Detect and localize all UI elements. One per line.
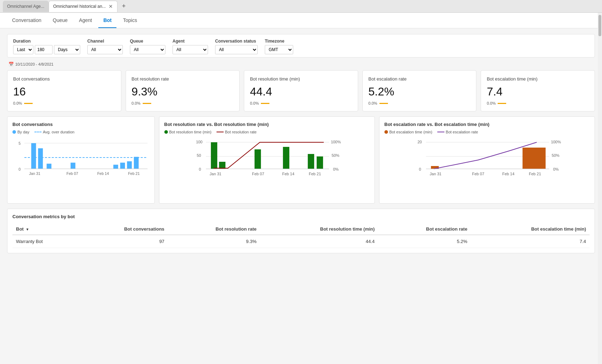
duration-label: Duration xyxy=(13,39,80,44)
conv-status-label: Conversation status xyxy=(215,39,258,44)
timezone-filter: Timezone GMT xyxy=(265,39,293,54)
svg-text:Feb 14: Feb 14 xyxy=(282,172,294,176)
tab-conversation[interactable]: Conversation xyxy=(7,13,46,28)
svg-text:100%: 100% xyxy=(551,140,561,144)
agent-label: Agent xyxy=(173,39,208,44)
svg-text:5: 5 xyxy=(18,141,21,145)
table-card: Conversation metrics by bot Bot ▼ Bot co… xyxy=(7,209,595,253)
date-range: 📅 10/11/2020 - 4/8/2021 xyxy=(9,62,595,67)
cell-escalation-time: 7.4 xyxy=(471,235,590,248)
duration-unit-select[interactable]: Days Weeks Months xyxy=(54,45,80,54)
chart-bot-conversations-legend: By day Avg. over duration xyxy=(12,130,149,134)
legend-escalation-time-dot xyxy=(384,130,388,134)
kpi-bot-escalation-rate-title: Bot escalation rate xyxy=(368,76,471,82)
kpi-bot-resolution-rate-trend-bar xyxy=(143,103,151,104)
legend-avg-label: Avg. over duration xyxy=(43,130,75,134)
channel-label: Channel xyxy=(87,39,123,44)
kpi-bot-conversations: Bot conversations 16 0.0% xyxy=(7,70,121,111)
col-header-resolution-rate[interactable]: Bot resolution rate xyxy=(168,224,260,235)
agent-filter: Agent All xyxy=(173,39,208,54)
table-title: Conversation metrics by bot xyxy=(12,214,590,219)
legend-resolution-rate: Bot resolution rate xyxy=(217,130,257,134)
kpi-bot-resolution-rate-change: 0.0% xyxy=(132,101,141,105)
add-tab-icon: + xyxy=(122,2,126,10)
duration-value-input[interactable] xyxy=(35,45,53,54)
kpi-bot-conversations-value: 16 xyxy=(13,85,115,98)
svg-text:50%: 50% xyxy=(332,153,339,158)
kpi-bot-escalation-time-change: 0.0% xyxy=(487,101,496,105)
svg-text:0%: 0% xyxy=(333,167,339,171)
kpi-bot-conversations-change: 0.0% xyxy=(13,101,22,105)
col-header-bot[interactable]: Bot ▼ xyxy=(12,224,77,235)
nav-tab-bar: Conversation Queue Agent Bot Topics xyxy=(0,13,602,28)
tab-queue[interactable]: Queue xyxy=(48,13,73,28)
svg-rect-29 xyxy=(255,149,261,169)
browser-tab-bar: Omnichannel Age... Omnichannel historica… xyxy=(0,0,602,13)
chart-escalation-legend: Bot escalation time (min) Bot escalation… xyxy=(384,130,590,134)
legend-resolution-rate-line xyxy=(217,132,224,132)
close-tab-icon[interactable]: ✕ xyxy=(109,4,113,9)
scrollbar[interactable] xyxy=(598,13,602,364)
kpi-bot-conversations-trend-bar xyxy=(24,103,33,104)
conversation-status-filter: Conversation status All xyxy=(215,39,258,54)
col-header-escalation-time[interactable]: Bot escalation time (min) xyxy=(471,224,590,235)
queue-select[interactable]: All xyxy=(130,45,165,54)
col-header-escalation-rate[interactable]: Bot escalation rate xyxy=(378,224,471,235)
chart-bot-conversations-title: Bot conversations xyxy=(12,122,149,127)
svg-rect-30 xyxy=(283,147,289,169)
svg-rect-5 xyxy=(38,148,43,169)
legend-by-day: By day xyxy=(12,130,29,134)
kpi-bot-resolution-time-change: 0.0% xyxy=(250,101,259,105)
svg-text:20: 20 xyxy=(417,140,422,144)
kpi-bot-escalation-rate-trend-bar xyxy=(379,103,388,104)
charts-row: Bot conversations By day Avg. over durat… xyxy=(7,116,595,204)
table-row: Warranty Bot 97 9.3% 44.4 5.2% 7.4 xyxy=(12,235,590,248)
legend-resolution-time-dot xyxy=(164,130,168,134)
channel-filter: Channel All xyxy=(87,39,123,54)
queue-filter: Queue All xyxy=(130,39,165,54)
legend-escalation-rate-line xyxy=(437,132,444,132)
kpi-bot-escalation-time-value: 7.4 xyxy=(487,85,589,98)
cell-escalation-rate: 5.2% xyxy=(378,235,471,248)
svg-text:Jan 31: Jan 31 xyxy=(209,172,221,176)
svg-text:Feb 07: Feb 07 xyxy=(252,172,264,176)
svg-text:0%: 0% xyxy=(553,167,559,171)
browser-tab-omnichannel-agent[interactable]: Omnichannel Age... xyxy=(3,1,49,12)
col-header-conversations[interactable]: Bot conversations xyxy=(77,224,168,235)
legend-escalation-time: Bot escalation time (min) xyxy=(384,130,432,134)
chart-resolution-title: Bot resolution rate vs. Bot resolution t… xyxy=(164,122,370,127)
escalation-svg: 20 0 100% 50% 0% Jan 31 xyxy=(384,137,590,197)
svg-rect-7 xyxy=(71,162,75,169)
col-header-resolution-time[interactable]: Bot resolution time (min) xyxy=(260,224,378,235)
add-tab-button[interactable]: + xyxy=(119,1,129,11)
timezone-select[interactable]: GMT xyxy=(265,45,293,54)
agent-select[interactable]: All xyxy=(173,45,208,54)
tab-topics[interactable]: Topics xyxy=(118,13,142,28)
kpi-bot-resolution-time-value: 44.4 xyxy=(250,85,352,98)
duration-preset-select[interactable]: Last xyxy=(13,45,33,54)
kpi-bot-escalation-time-title: Bot escalation time (min) xyxy=(487,76,589,82)
browser-tab-omnichannel-historical[interactable]: Omnichannel historical an... ✕ xyxy=(49,1,117,12)
chart-escalation-rate-vs-time: Bot escalation rate vs. Bot escalation t… xyxy=(379,116,595,204)
legend-escalation-rate: Bot escalation rate xyxy=(437,130,478,134)
kpi-bot-escalation-rate-change: 0.0% xyxy=(368,101,377,105)
scrollbar-thumb[interactable] xyxy=(598,15,601,36)
calendar-icon: 📅 xyxy=(9,62,14,67)
legend-by-day-dot xyxy=(12,130,16,134)
svg-rect-4 xyxy=(31,143,36,169)
kpi-row: Bot conversations 16 0.0% Bot resolution… xyxy=(7,70,595,111)
svg-rect-32 xyxy=(317,156,323,169)
kpi-bot-conversations-title: Bot conversations xyxy=(13,76,115,82)
kpi-bot-resolution-rate-title: Bot resolution rate xyxy=(132,76,234,82)
tab-bot[interactable]: Bot xyxy=(98,13,116,28)
date-range-text: 10/11/2020 - 4/8/2021 xyxy=(15,62,54,66)
svg-text:Feb 21: Feb 21 xyxy=(128,171,140,176)
svg-text:Feb 21: Feb 21 xyxy=(529,172,541,176)
legend-avg-line xyxy=(34,132,42,132)
tab-agent[interactable]: Agent xyxy=(74,13,97,28)
channel-select[interactable]: All xyxy=(87,45,123,54)
legend-escalation-rate-label: Bot escalation rate xyxy=(446,130,478,134)
svg-rect-47 xyxy=(522,148,546,169)
conv-status-select[interactable]: All xyxy=(215,45,258,54)
cell-conversations: 97 xyxy=(77,235,168,248)
